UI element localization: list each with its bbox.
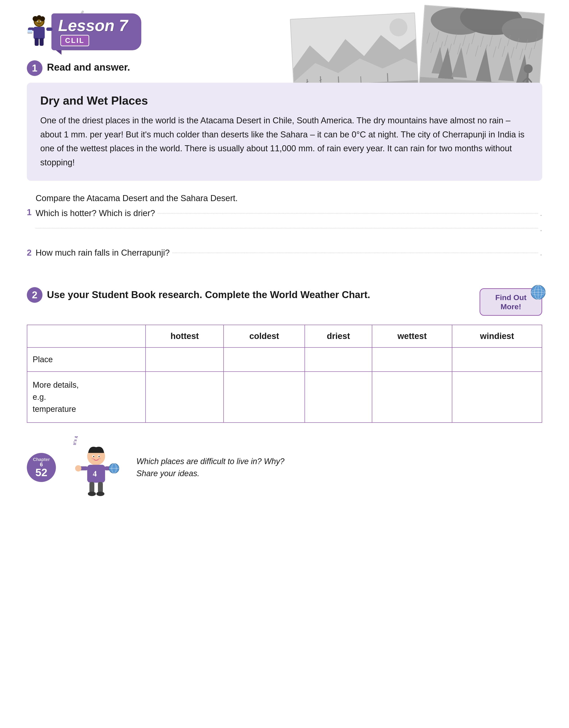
table-cell-details-driest[interactable] [305,372,372,423]
lesson-title-block: Lesson 7 CLIL [51,13,141,50]
reading-body: One of the driest places in the world is… [40,114,529,170]
section1-instruction: Read and answer. [47,61,130,73]
table-cell-details-windiest[interactable] [452,372,542,423]
svg-rect-99 [89,482,94,493]
table-header-coldest: coldest [223,325,305,347]
svg-rect-8 [35,38,39,46]
header: Lesson 7 CLIL [27,13,542,50]
find-out-more-badge: Find Out More! [480,288,542,316]
table-cell-place-label: Place [27,347,145,372]
table-row-details: More details, e.g. temperature [27,372,542,423]
section2-number: 2 [27,287,42,303]
svg-point-87 [99,456,100,457]
chapter-label: Chapter [33,457,50,462]
table-header-row: hottest coldest driest wettest windiest [27,325,542,347]
answer-num-1: 1 [27,206,32,219]
table-cell-details-label: More details, e.g. temperature [27,372,145,423]
table-cell-place-driest[interactable] [305,347,372,372]
svg-rect-5 [34,27,45,39]
clil-badge: CLIL [60,35,89,46]
footer-question-1: Which places are difficult to live in? W… [136,455,284,467]
svg-rect-7 [46,27,53,31]
clil-text: CLIL [65,36,84,44]
table-cell-details-hottest[interactable] [145,372,223,423]
answer-text-1b: Which is hotter? Which is drier? [36,207,155,220]
rain-image [419,5,545,94]
svg-point-88 [91,458,94,459]
chapter-badge: Chapter 6 52 [27,453,56,482]
table-row-place: Place [27,347,542,372]
answer-section: 1 Compare the Atacama Desert and the Sah… [27,192,542,259]
svg-point-4 [40,16,45,21]
table-cell-details-coldest[interactable] [223,372,305,423]
table-cell-place-coldest[interactable] [223,347,305,372]
table-cell-place-windiest[interactable] [452,347,542,372]
globe-icon [530,284,546,300]
answer-text-1a: Compare the Atacama Desert and the Sahar… [36,192,238,205]
table-header-windiest: windiest [452,325,542,347]
svg-text:4: 4 [93,469,97,478]
answer-text-2: How much rain falls in Cherrapunji? [36,246,170,259]
svg-point-12 [38,21,38,22]
svg-point-89 [98,458,101,459]
table-header-wettest: wettest [372,325,452,347]
footer-mascot: It's My World! 4 [69,436,123,499]
lesson-banner: Lesson 7 CLIL [27,13,141,50]
svg-point-86 [93,456,94,457]
find-out-more-text: Find Out More! [495,293,527,311]
svg-rect-100 [98,482,103,493]
section1-number: 1 [27,60,42,76]
section2-instruction: Use your Student Book research. Complete… [47,288,370,301]
svg-rect-15 [27,30,32,33]
page-number: 52 [35,467,47,478]
answer-dash-2 [172,253,538,253]
svg-line-33 [388,73,388,82]
footer-question-2: Share your ideas. [136,467,284,480]
table-cell-place-hottest[interactable] [145,347,223,372]
header-images [292,9,542,92]
table-header-driest: driest [305,325,372,347]
svg-rect-9 [40,38,44,46]
svg-text:It's My World!: It's My World! [72,436,91,445]
lesson-character [27,15,56,49]
reading-box: Dry and Wet Places One of the driest pla… [27,83,542,181]
svg-point-101 [88,492,96,496]
svg-line-32 [361,76,361,83]
table-cell-details-wettest[interactable] [372,372,452,423]
table-header-hottest: hottest [145,325,223,347]
answer-row-1: 1 Compare the Atacama Desert and the Sah… [27,192,542,233]
section2-content: Use your Student Book research. Complete… [47,288,542,316]
svg-point-94 [75,465,81,471]
footer: Chapter 6 52 It's My World! [27,436,542,499]
svg-point-13 [41,21,41,22]
footer-text-block: Which places are difficult to live in? W… [136,455,284,480]
section2-block: 2 Use your Student Book research. Comple… [27,288,542,316]
reading-title: Dry and Wet Places [40,94,529,107]
table-cell-place-wettest[interactable] [372,347,452,372]
lesson-label: Lesson 7 [58,17,128,34]
weather-table: hottest coldest driest wettest windiest … [27,325,542,423]
answer-row-2: 2 How much rain falls in Cherrapunji? . [27,246,542,259]
svg-point-102 [96,492,104,496]
table-header-empty [27,325,145,347]
answer-num-2: 2 [27,246,32,259]
